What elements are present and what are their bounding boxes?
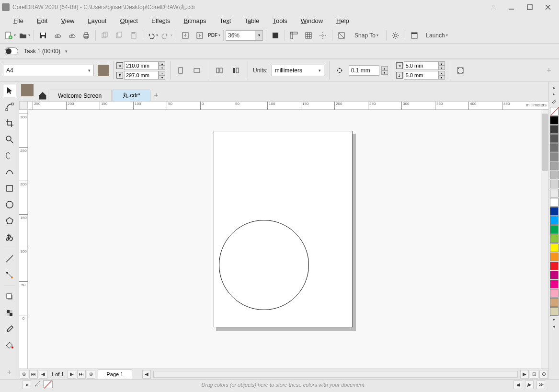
polygon-tool[interactable] bbox=[3, 214, 16, 228]
doc-palette-left[interactable]: ◀ bbox=[513, 380, 522, 389]
quick-customize-button[interactable]: + bbox=[3, 366, 16, 379]
fullscreen-button[interactable] bbox=[269, 29, 282, 42]
palette-scroll-down[interactable]: ▾ bbox=[550, 316, 559, 323]
menu-tools[interactable]: Tools bbox=[266, 15, 294, 26]
menu-bitmaps[interactable]: Bitmaps bbox=[177, 15, 213, 26]
doc-palette-expand[interactable]: ▸ bbox=[23, 380, 31, 389]
add-page-before-button[interactable]: ⊕ bbox=[20, 370, 28, 379]
swatch[interactable] bbox=[550, 216, 559, 225]
zoom-tool[interactable] bbox=[3, 133, 16, 146]
add-tab-button[interactable]: + bbox=[151, 91, 161, 100]
swatch[interactable] bbox=[550, 280, 559, 288]
swatch[interactable] bbox=[550, 161, 559, 170]
palette-flyout[interactable]: ◂ bbox=[550, 323, 559, 330]
horizontal-scrollbar[interactable] bbox=[153, 371, 518, 378]
swatch[interactable] bbox=[550, 253, 559, 261]
zoom-level-input[interactable]: ▾ bbox=[226, 30, 264, 41]
transparency-tool[interactable] bbox=[3, 306, 16, 320]
tab-document[interactable]: 丸.cdr* bbox=[113, 90, 150, 101]
menu-file[interactable]: File bbox=[7, 15, 30, 26]
paper-size-dropdown[interactable]: A4▾ bbox=[3, 65, 94, 76]
swatch[interactable] bbox=[550, 262, 559, 270]
freehand-tool[interactable] bbox=[3, 149, 16, 162]
page-width-input[interactable] bbox=[124, 61, 159, 70]
doc-swatch-none[interactable] bbox=[43, 380, 53, 388]
duplicate-y-input[interactable] bbox=[404, 71, 438, 80]
menu-table[interactable]: Table bbox=[238, 15, 266, 26]
page-height-input[interactable] bbox=[124, 71, 159, 80]
connector-tool[interactable] bbox=[3, 268, 16, 282]
import-button[interactable] bbox=[179, 29, 192, 42]
drawing-canvas[interactable] bbox=[28, 110, 541, 369]
swatch[interactable] bbox=[550, 234, 559, 243]
menu-window[interactable]: Window bbox=[294, 15, 330, 26]
vertical-scrollbar[interactable] bbox=[541, 110, 548, 369]
palette-expand[interactable]: ▸ bbox=[550, 91, 559, 97]
menu-layout[interactable]: Layout bbox=[81, 15, 113, 26]
menu-view[interactable]: View bbox=[54, 15, 81, 26]
swatch[interactable] bbox=[550, 225, 559, 234]
print-button[interactable] bbox=[80, 29, 92, 42]
user-icon[interactable] bbox=[487, 2, 500, 12]
swatch[interactable] bbox=[550, 307, 559, 316]
swatch[interactable] bbox=[550, 134, 559, 143]
current-page-button[interactable] bbox=[229, 64, 242, 77]
swatch[interactable] bbox=[550, 143, 559, 152]
swatch[interactable] bbox=[550, 243, 559, 252]
treat-as-filled-button[interactable] bbox=[454, 64, 467, 77]
doc-palette-right[interactable]: ▶ bbox=[525, 380, 534, 389]
add-page-after-button[interactable]: ⊕ bbox=[87, 370, 95, 379]
cloud-down-button[interactable] bbox=[51, 29, 64, 42]
vertical-ruler[interactable]: 300250200150100500 bbox=[19, 110, 28, 369]
maximize-button[interactable] bbox=[524, 2, 536, 12]
zoom-quick-button[interactable]: ⊕ bbox=[539, 370, 548, 379]
doc-palette-eyedropper-icon[interactable] bbox=[34, 380, 41, 389]
all-pages-button[interactable] bbox=[213, 64, 226, 77]
duplicate-x-input[interactable] bbox=[404, 61, 438, 70]
document-palette[interactable]: ▸ Drag colors (or objects) here to store… bbox=[0, 379, 559, 390]
rectangle-tool[interactable] bbox=[3, 182, 16, 195]
swatch[interactable] bbox=[550, 125, 559, 134]
menu-edit[interactable]: Edit bbox=[30, 15, 54, 26]
swatch[interactable] bbox=[550, 289, 559, 298]
snap-to-button[interactable]: Snap To bbox=[350, 29, 383, 42]
add-property-button[interactable]: + bbox=[543, 64, 555, 77]
palette-scroll-up[interactable]: ▴ bbox=[550, 84, 559, 91]
swatch[interactable] bbox=[550, 298, 559, 307]
fill-tool[interactable] bbox=[3, 339, 16, 352]
swatch[interactable] bbox=[550, 207, 559, 216]
tab-welcome[interactable]: Welcome Screen bbox=[48, 90, 112, 101]
menu-text[interactable]: Text bbox=[213, 15, 238, 26]
task-dropdown-icon[interactable]: ▾ bbox=[65, 49, 68, 54]
swatch[interactable] bbox=[550, 180, 559, 188]
width-down[interactable]: ▾ bbox=[159, 66, 165, 70]
landscape-button[interactable] bbox=[191, 64, 203, 77]
new-button[interactable] bbox=[4, 29, 16, 42]
palette-edit-icon[interactable] bbox=[550, 97, 559, 104]
save-button[interactable] bbox=[37, 29, 49, 42]
minimize-button[interactable] bbox=[505, 2, 518, 12]
horizontal-ruler[interactable]: millimeters 2502001501005005010015020025… bbox=[28, 101, 548, 110]
ellipse-object[interactable] bbox=[219, 220, 309, 310]
swatch[interactable] bbox=[550, 171, 559, 179]
open-button[interactable] bbox=[18, 29, 31, 42]
page-tab[interactable]: Page 1 bbox=[98, 369, 133, 379]
units-dropdown[interactable]: millimeters▾ bbox=[272, 65, 324, 76]
ellipse-tool[interactable] bbox=[3, 198, 16, 211]
hscroll-right[interactable]: ▶ bbox=[520, 370, 529, 379]
first-page-button[interactable]: ⏮ bbox=[29, 370, 38, 379]
height-down[interactable]: ▾ bbox=[159, 75, 165, 80]
export-button[interactable] bbox=[194, 29, 206, 42]
swatch[interactable] bbox=[550, 116, 559, 125]
cloud-up-button[interactable] bbox=[66, 29, 78, 42]
eyedropper-tool[interactable] bbox=[3, 323, 16, 336]
ruler-origin[interactable] bbox=[19, 101, 28, 110]
nudge-down[interactable]: ▾ bbox=[381, 70, 388, 75]
nudge-input[interactable] bbox=[349, 65, 379, 76]
record-toggle[interactable] bbox=[5, 47, 18, 55]
text-tool[interactable]: あ bbox=[3, 231, 16, 244]
swatch[interactable] bbox=[550, 189, 559, 197]
options-button[interactable] bbox=[389, 29, 402, 42]
artistic-media-tool[interactable] bbox=[3, 165, 16, 179]
snap-off-button[interactable] bbox=[335, 29, 348, 42]
